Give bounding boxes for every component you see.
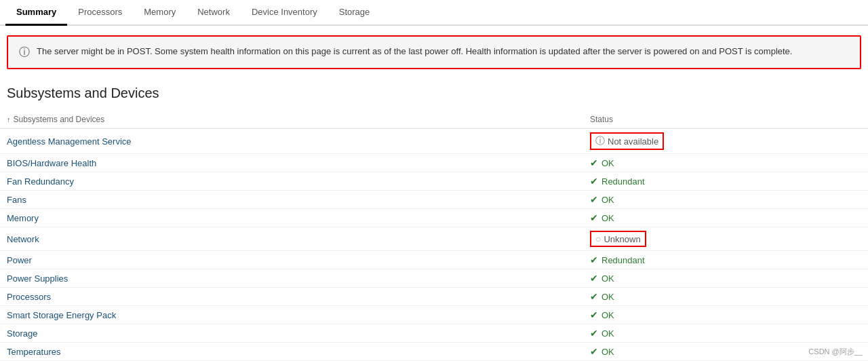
device-name[interactable]: BIOS/Hardware Health (0, 154, 583, 172)
status-cell: ✔OK (590, 328, 861, 339)
status-label: OK (601, 347, 614, 357)
device-status: ✔OK (583, 306, 868, 324)
table-row: BIOS/Hardware Health✔OK (0, 154, 868, 172)
tab-storage[interactable]: Storage (328, 0, 381, 26)
info-icon: ⓘ (19, 45, 30, 60)
status-ok-icon: ✔ (590, 291, 598, 302)
table-row: Power Supplies✔OK (0, 269, 868, 288)
table-row: Agentless Management ServiceⓘNot availab… (0, 129, 868, 154)
status-label: OK (601, 310, 614, 320)
device-status: ✔Redundant (583, 172, 868, 191)
status-ok-icon: ✔ (590, 346, 598, 357)
device-status: ✔OK (583, 288, 868, 306)
status-label: OK (601, 292, 614, 302)
device-status: ✔OK (583, 269, 868, 288)
device-status: ✔OK (583, 154, 868, 172)
status-ok-icon: ✔ (590, 273, 598, 284)
table-row: Storage✔OK (0, 324, 868, 343)
table-row: Power✔Redundant (0, 251, 868, 269)
device-name[interactable]: Power Supplies (0, 269, 583, 288)
status-highlighted: ○Unknown (590, 231, 646, 247)
section-title: Subsystems and Devices (0, 79, 868, 111)
status-cell: ✔Redundant (590, 176, 861, 187)
tab-summary[interactable]: Summary (5, 0, 67, 26)
device-name[interactable]: Fan Redundancy (0, 172, 583, 191)
sort-arrow-up: ↑ (7, 115, 11, 124)
device-name[interactable]: Processors (0, 288, 583, 306)
device-status: ✔OK (583, 191, 868, 209)
status-cell: ✔OK (590, 194, 861, 205)
status-ok-icon: ✔ (590, 328, 598, 339)
tab-device-inventory[interactable]: Device Inventory (241, 0, 328, 26)
device-name[interactable]: Storage (0, 324, 583, 343)
status-ok-icon: ✔ (590, 194, 598, 205)
status-ok-icon: ✔ (590, 157, 598, 168)
tabs-bar: SummaryProcessorsMemoryNetworkDevice Inv… (0, 0, 868, 26)
status-label: Redundant (601, 176, 645, 187)
status-label: Redundant (601, 255, 645, 265)
table-row: Memory✔OK (0, 209, 868, 227)
tab-processors[interactable]: Processors (67, 0, 133, 26)
alert-banner: ⓘ The server might be in POST. Some syst… (7, 35, 861, 69)
status-cell: ✔Redundant (590, 254, 861, 265)
tab-network[interactable]: Network (186, 0, 241, 26)
col-header-device: Subsystems and Devices (14, 115, 105, 124)
status-cell: ✔OK (590, 309, 861, 320)
device-name[interactable]: Memory (0, 209, 583, 227)
table-row: Network○Unknown (0, 227, 868, 251)
device-status: ✔Redundant (583, 251, 868, 269)
table-row: Temperatures✔OK (0, 343, 868, 361)
status-info-icon: ⓘ (595, 135, 605, 147)
watermark: CSDN @阿步__ (808, 347, 863, 357)
device-status: ⓘNot available (583, 129, 868, 154)
status-cell: ✔OK (590, 212, 861, 223)
tab-memory[interactable]: Memory (133, 0, 186, 26)
alert-text: The server might be in POST. Some system… (37, 45, 792, 58)
subsystems-table: ↑ Subsystems and Devices Status Agentles… (0, 111, 868, 361)
status-highlighted: ⓘNot available (590, 132, 664, 150)
device-name[interactable]: Smart Storage Energy Pack (0, 306, 583, 324)
status-unknown-icon: ○ (595, 233, 601, 244)
col-header-status: Status (590, 115, 613, 124)
status-ok-icon: ✔ (590, 212, 598, 223)
device-status: ✔OK (583, 209, 868, 227)
status-label: OK (601, 213, 614, 223)
table-row: Processors✔OK (0, 288, 868, 306)
device-status: ○Unknown (583, 227, 868, 251)
device-name[interactable]: Fans (0, 191, 583, 209)
status-label: OK (601, 328, 614, 339)
device-name[interactable]: Agentless Management Service (0, 129, 583, 154)
device-name[interactable]: Temperatures (0, 343, 583, 361)
device-name[interactable]: Power (0, 251, 583, 269)
status-ok-icon: ✔ (590, 254, 598, 265)
device-status: ✔OK (583, 324, 868, 343)
status-cell: ✔OK (590, 291, 861, 302)
device-name[interactable]: Network (0, 227, 583, 251)
status-ok-icon: ✔ (590, 176, 598, 187)
table-row: Fans✔OK (0, 191, 868, 209)
status-label: Unknown (604, 234, 640, 244)
status-label: Not available (608, 136, 658, 147)
status-label: OK (601, 273, 614, 284)
table-row: Smart Storage Energy Pack✔OK (0, 306, 868, 324)
status-cell: ✔OK (590, 157, 861, 168)
table-row: Fan Redundancy✔Redundant (0, 172, 868, 191)
status-label: OK (601, 195, 614, 205)
status-cell: ✔OK (590, 273, 861, 284)
status-label: OK (601, 158, 614, 168)
status-ok-icon: ✔ (590, 309, 598, 320)
